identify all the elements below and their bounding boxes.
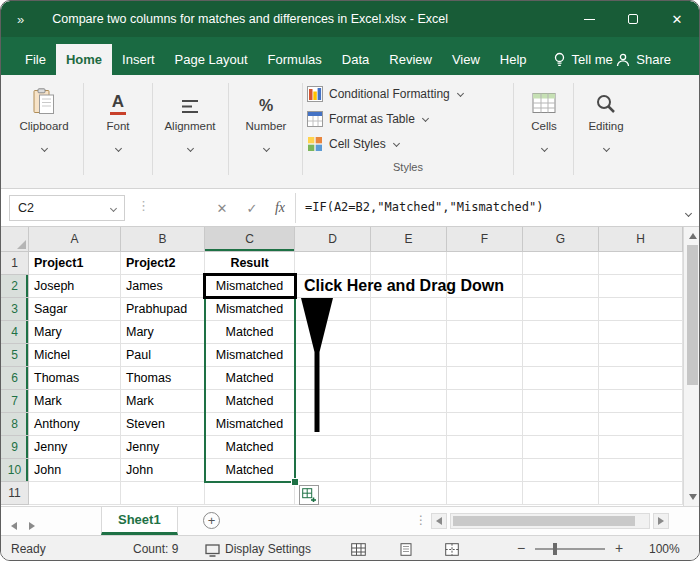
autofill-options-button[interactable] (299, 485, 319, 505)
cell-C2[interactable]: Mismatched (205, 275, 295, 298)
scroll-down-icon[interactable] (689, 494, 697, 500)
cell-E3[interactable] (371, 298, 447, 321)
maximize-button[interactable] (611, 1, 655, 37)
tab-insert[interactable]: Insert (112, 44, 165, 75)
tab-help[interactable]: Help (490, 44, 537, 75)
cell-B9[interactable]: Jenny (121, 436, 205, 459)
new-sheet-button[interactable]: + (203, 512, 220, 529)
conditional-formatting-button[interactable]: Conditional Formatting (307, 81, 509, 106)
vertical-scrollbar[interactable] (683, 227, 700, 506)
cancel-button[interactable]: ✕ (209, 195, 235, 221)
close-button[interactable]: ✕ (655, 1, 699, 37)
cell-B11[interactable] (121, 482, 205, 505)
cell-A9[interactable]: Jenny (29, 436, 121, 459)
cell-B8[interactable]: Steven (121, 413, 205, 436)
scroll-up-icon[interactable] (689, 233, 697, 239)
cell-A5[interactable]: Michel (29, 344, 121, 367)
cell-B1[interactable]: Project2 (121, 252, 205, 275)
cell-C9[interactable]: Matched (205, 436, 295, 459)
cell-G9[interactable] (523, 436, 599, 459)
insert-function-button[interactable]: fx (267, 195, 293, 221)
row-header-10[interactable]: 10 (1, 459, 29, 482)
cell-E8[interactable] (371, 413, 447, 436)
cell-C4[interactable]: Matched (205, 321, 295, 344)
cell-A1[interactable]: Project1 (29, 252, 121, 275)
cell-G5[interactable] (523, 344, 599, 367)
editing-group-button[interactable]: Editing (579, 85, 633, 155)
row-header-1[interactable]: 1 (1, 252, 29, 275)
view-normal-button[interactable] (347, 539, 369, 559)
cell-H3[interactable] (599, 298, 683, 321)
cell-C5[interactable]: Mismatched (205, 344, 295, 367)
cell-B5[interactable]: Paul (121, 344, 205, 367)
cell-E1[interactable] (371, 252, 447, 275)
cell-F1[interactable] (447, 252, 523, 275)
cell-G1[interactable] (523, 252, 599, 275)
cell-G11[interactable] (523, 482, 599, 505)
cell-B6[interactable]: Thomas (121, 367, 205, 390)
tab-file[interactable]: File (15, 44, 56, 75)
cell-B2[interactable]: James (121, 275, 205, 298)
cell-H5[interactable] (599, 344, 683, 367)
formula-bar-expand-button[interactable] (686, 202, 691, 220)
cell-C6[interactable]: Matched (205, 367, 295, 390)
tab-data[interactable]: Data (332, 44, 379, 75)
cell-C11[interactable] (205, 482, 295, 505)
row-header-9[interactable]: 9 (1, 436, 29, 459)
cell-E9[interactable] (371, 436, 447, 459)
cell-A3[interactable]: Sagar (29, 298, 121, 321)
tab-view[interactable]: View (442, 44, 490, 75)
cell-E10[interactable] (371, 459, 447, 482)
zoom-slider-handle[interactable] (553, 543, 557, 555)
column-header-D[interactable]: D (295, 227, 371, 252)
cell-G4[interactable] (523, 321, 599, 344)
horizontal-scroll-thumb[interactable] (453, 516, 635, 526)
tab-home[interactable]: Home (56, 44, 112, 75)
row-header-8[interactable]: 8 (1, 413, 29, 436)
number-group-button[interactable]: % Number (234, 85, 298, 155)
cell-A6[interactable]: Thomas (29, 367, 121, 390)
format-as-table-button[interactable]: Format as Table (307, 106, 509, 131)
hscroll-left-button[interactable] (431, 513, 447, 529)
column-header-H[interactable]: H (599, 227, 683, 252)
tab-splitter-handle[interactable]: ⋮ (415, 513, 427, 527)
cell-G7[interactable] (523, 390, 599, 413)
cell-G3[interactable] (523, 298, 599, 321)
cell-C7[interactable]: Matched (205, 390, 295, 413)
hscroll-right-button[interactable] (653, 513, 669, 529)
row-header-11[interactable]: 11 (1, 482, 29, 505)
column-header-E[interactable]: E (371, 227, 447, 252)
horizontal-scrollbar[interactable] (450, 513, 650, 529)
cell-F5[interactable] (447, 344, 523, 367)
cell-C8[interactable]: Mismatched (205, 413, 295, 436)
tab-formulas[interactable]: Formulas (258, 44, 332, 75)
cell-B7[interactable]: Mark (121, 390, 205, 413)
row-header-7[interactable]: 7 (1, 390, 29, 413)
cell-D1[interactable] (295, 252, 371, 275)
cell-C1[interactable]: Result (205, 252, 295, 275)
view-page-layout-button[interactable] (395, 539, 417, 559)
cell-C3[interactable]: Mismatched (205, 298, 295, 321)
formula-input[interactable]: =IF(A2=B2,"Matched","Mismatched") (305, 200, 543, 214)
cell-F10[interactable] (447, 459, 523, 482)
cell-F7[interactable] (447, 390, 523, 413)
cell-G2[interactable] (523, 275, 599, 298)
select-all-corner[interactable] (1, 227, 29, 252)
zoom-out-button[interactable]: − (517, 540, 525, 556)
cell-D10[interactable] (295, 459, 371, 482)
row-header-3[interactable]: 3 (1, 298, 29, 321)
row-header-6[interactable]: 6 (1, 367, 29, 390)
cell-H1[interactable] (599, 252, 683, 275)
cell-F4[interactable] (447, 321, 523, 344)
display-settings-button[interactable]: Display Settings (225, 542, 311, 556)
fill-handle[interactable] (291, 478, 299, 486)
cell-A4[interactable]: Mary (29, 321, 121, 344)
view-page-break-button[interactable] (441, 539, 463, 559)
cell-H2[interactable] (599, 275, 683, 298)
cell-D9[interactable] (295, 436, 371, 459)
cell-A8[interactable]: Anthony (29, 413, 121, 436)
tell-me-button[interactable]: Tell me (553, 44, 613, 75)
cell-H4[interactable] (599, 321, 683, 344)
cell-H10[interactable] (599, 459, 683, 482)
cell-H9[interactable] (599, 436, 683, 459)
